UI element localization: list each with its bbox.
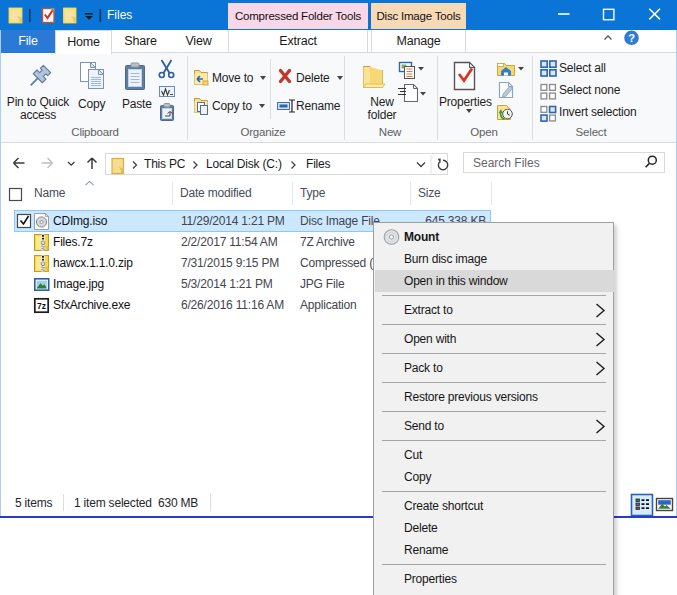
svg-text:?: ? [628,32,635,44]
svg-text:7z: 7z [37,301,46,311]
